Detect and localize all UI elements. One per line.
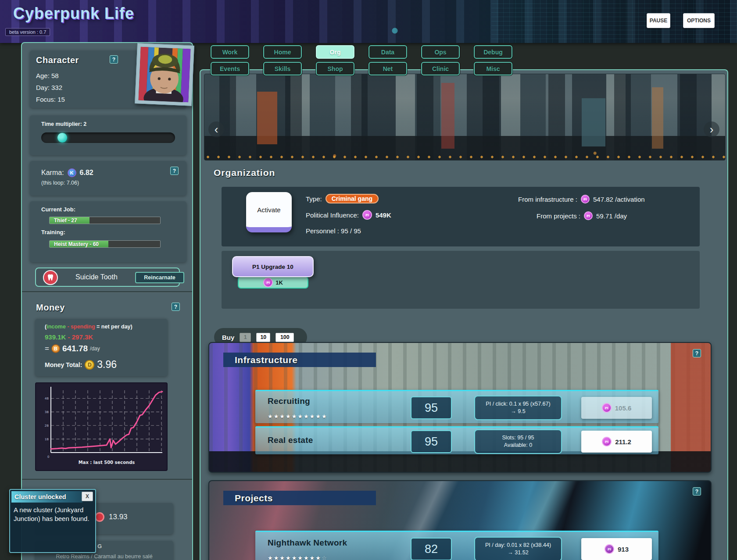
- tooth-icon: [43, 270, 58, 285]
- net-line: = B 641.78 /day: [45, 344, 100, 353]
- tab-clinic[interactable]: Clinic: [421, 62, 460, 75]
- buy-label: Buy: [222, 334, 234, 341]
- tab-net[interactable]: Net: [368, 62, 407, 75]
- cost-value: 913: [618, 546, 629, 553]
- banner-accent: [257, 92, 277, 144]
- notification-toast: Cluster unlocked X A new cluster (Junkya…: [9, 489, 96, 553]
- infra-row-recruiting: Recruiting ★★★★★★★★★★ 95 PI / click: 0.1…: [255, 390, 658, 423]
- personnel-value: Personnel : 95 / 95: [306, 227, 361, 235]
- job-progress-bar[interactable]: Thief - 27: [49, 217, 161, 224]
- svg-text:4B: 4B: [45, 397, 49, 400]
- projects-help-button[interactable]: ?: [693, 487, 701, 496]
- infrastructure-title: Infrastructure: [223, 353, 376, 367]
- pi-icon: PI: [263, 278, 273, 287]
- focus-stat: Focus: 15: [36, 96, 65, 103]
- org-type-badge: Criminal gang: [326, 194, 379, 203]
- recruiting-buy-button[interactable]: PI 105.6: [581, 397, 652, 419]
- tab-events[interactable]: Events: [211, 62, 249, 75]
- pi-icon: PI: [584, 211, 593, 220]
- tab-org[interactable]: Org: [316, 45, 354, 59]
- infrastructure-help-button[interactable]: ?: [693, 349, 701, 357]
- formula-minus: -: [66, 324, 71, 330]
- tab-work[interactable]: Work: [211, 45, 249, 59]
- buy-10-button[interactable]: 10: [256, 333, 270, 342]
- reincarnate-button[interactable]: Reincarnate: [135, 272, 184, 283]
- svg-text:3B: 3B: [45, 410, 49, 414]
- p1-upgrade-cost-button[interactable]: PI 1K: [238, 276, 308, 289]
- character-help-button[interactable]: ?: [110, 55, 118, 64]
- banner-prev-button[interactable]: ‹: [208, 121, 224, 137]
- notification-body: A new cluster (Junkyard Junction) has be…: [14, 506, 93, 523]
- now-playing-caption: Retro Realms / Caramail au beurre salé: [35, 553, 173, 560]
- pi-symbol: PI: [266, 281, 270, 285]
- org-type-row: Type: Criminal gang: [306, 194, 379, 203]
- p1-upgrade-button[interactable]: P1 Upgrade 10: [232, 256, 314, 277]
- nighthawk-buy-button[interactable]: PI 913: [581, 538, 652, 560]
- focus-value: 15: [57, 96, 65, 103]
- pi-symbol: PI: [365, 213, 369, 217]
- karma-label: Karma:: [41, 169, 64, 177]
- money-help-button[interactable]: ?: [172, 303, 180, 311]
- karma-help-button[interactable]: ?: [170, 167, 179, 175]
- row-name: Nighthawk Network: [268, 538, 347, 548]
- tab-skills[interactable]: Skills: [263, 62, 302, 75]
- svg-text:Max : last 500 seconds: Max : last 500 seconds: [79, 460, 135, 465]
- pi-symbol: PI: [587, 214, 590, 218]
- svg-text:0: 0: [47, 455, 49, 459]
- tab-shop[interactable]: Shop: [316, 62, 354, 75]
- row-info-line1: PI / day: 0.01 x 82 (x38.44): [485, 542, 551, 549]
- formula-income: income: [47, 324, 66, 330]
- lower-stat-line: 13.93: [95, 512, 128, 522]
- tab-home[interactable]: Home: [263, 45, 302, 59]
- income-value: 939.1K: [45, 333, 66, 341]
- btc-icon: B: [51, 344, 60, 353]
- character-portrait: [135, 43, 194, 106]
- row-info: PI / click: 0.1 x 95 (x57.67) → 9.5: [474, 396, 562, 420]
- activate-button[interactable]: Activate: [246, 192, 292, 232]
- buy-1-button[interactable]: 1: [240, 333, 251, 342]
- row-count: 95: [411, 396, 452, 419]
- tab-data[interactable]: Data: [368, 45, 407, 59]
- suicide-tooth-label: Suicide Tooth: [75, 273, 118, 281]
- tab-debug[interactable]: Debug: [474, 45, 512, 59]
- tab-ops[interactable]: Ops: [421, 45, 460, 59]
- row-count: 95: [411, 430, 452, 453]
- buy-100-button[interactable]: 100: [275, 333, 294, 342]
- infra-income-row: From infrastructure : PI 547.82 /activat…: [518, 195, 645, 203]
- notification-title: Cluster unlocked: [11, 491, 82, 503]
- current-job-label: Current Job:: [41, 206, 75, 213]
- svg-text:2B: 2B: [45, 424, 49, 428]
- money-panel: (income - spending = net per day) 939.1K…: [35, 318, 168, 376]
- equals-sign: =: [45, 344, 49, 353]
- net-value: 641.78: [62, 344, 88, 353]
- tab-misc[interactable]: Misc: [474, 62, 512, 75]
- focus-label: Focus:: [36, 96, 56, 103]
- sidebar: Character ? Age: 58 Day: 332 Focus: 15: [21, 42, 193, 560]
- spending-value: 297.3K: [72, 333, 93, 341]
- options-button[interactable]: OPTIONS: [683, 13, 715, 28]
- real-estate-buy-button[interactable]: PI 211.2: [581, 431, 652, 453]
- pi-icon: PI: [602, 403, 612, 413]
- banner-lights: [204, 154, 725, 160]
- formula-spending: spending: [71, 324, 95, 330]
- net-unit: /day: [90, 346, 100, 352]
- pause-button[interactable]: PAUSE: [647, 13, 670, 28]
- money-values: 939.1K - 297.3K: [45, 333, 93, 341]
- age-value: 58: [51, 72, 59, 79]
- slider-knob[interactable]: [57, 133, 67, 143]
- time-multiplier-label: Time multiplier: 2: [41, 121, 86, 127]
- character-title: Character: [36, 55, 79, 65]
- org-personnel-row: Personnel : 95 / 95: [306, 227, 361, 235]
- training-progress-bar[interactable]: Heist Mastery - 60: [49, 240, 161, 248]
- projects-card: Projects ? Nighthawk Network ★★★★★★★★★☆ …: [208, 480, 712, 560]
- time-panel: Time multiplier: 2: [30, 115, 186, 155]
- row-info-line1: PI / click: 0.1 x 95 (x57.67): [486, 400, 550, 408]
- time-multiplier-slider[interactable]: [41, 132, 175, 143]
- job-progress-label: Thief - 27: [54, 217, 77, 224]
- banner-next-button[interactable]: ›: [704, 121, 719, 137]
- portrait-image: [138, 47, 190, 103]
- org-info-bar: Activate Type: Criminal gang Political I…: [222, 187, 700, 246]
- karma-loop-note: (this loop: 7.06): [41, 180, 79, 186]
- version-badge: beta version : 0.7: [5, 28, 50, 36]
- close-icon[interactable]: X: [82, 492, 93, 501]
